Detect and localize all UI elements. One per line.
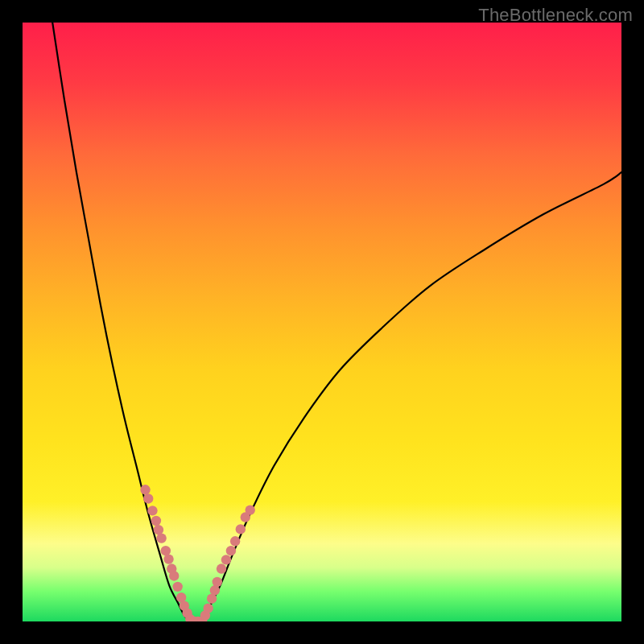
marker-dot bbox=[143, 493, 153, 503]
marker-dot bbox=[221, 555, 231, 564]
marker-dot bbox=[156, 533, 166, 543]
marker-dot bbox=[246, 505, 255, 514]
marker-dot bbox=[217, 564, 226, 573]
marker-dot bbox=[226, 546, 236, 555]
marker-dot bbox=[210, 585, 220, 595]
marker-dot bbox=[230, 536, 240, 546]
marker-dot bbox=[203, 603, 213, 613]
chart-frame: TheBottleneck.com bbox=[0, 0, 644, 644]
plot-area bbox=[23, 23, 621, 621]
marker-dot bbox=[151, 516, 161, 526]
marker-dot bbox=[163, 554, 173, 564]
marker-dot bbox=[169, 571, 179, 580]
marker-dots bbox=[140, 485, 255, 621]
marker-dot bbox=[140, 485, 150, 494]
curve-right bbox=[202, 172, 621, 621]
curve-left bbox=[52, 23, 190, 621]
marker-dot bbox=[213, 577, 222, 587]
marker-dot bbox=[236, 524, 246, 534]
marker-dot bbox=[172, 582, 182, 592]
chart-overlay bbox=[23, 23, 621, 621]
marker-dot bbox=[147, 506, 157, 515]
